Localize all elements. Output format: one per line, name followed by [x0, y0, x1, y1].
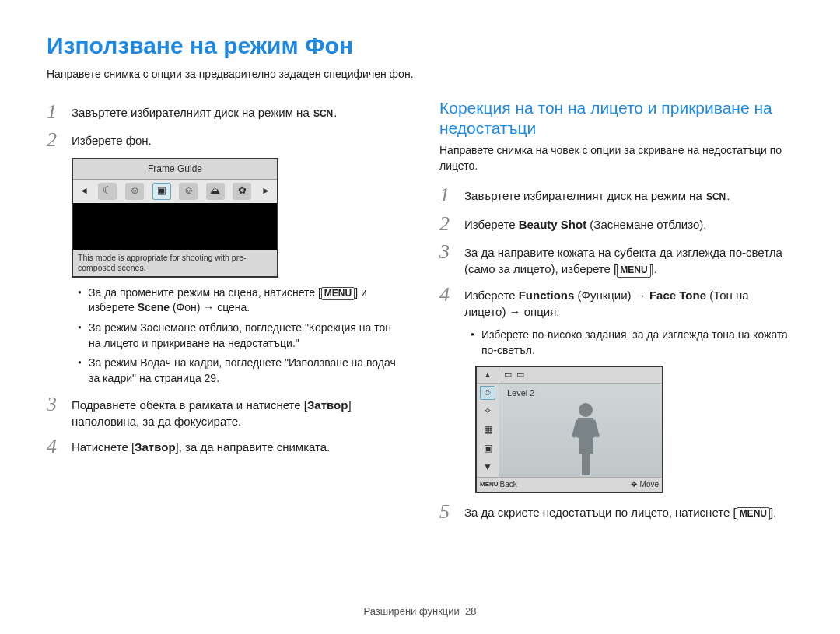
list-item: За да промените режим на сцена, натиснет…	[78, 285, 401, 316]
face-tone-icon[interactable]: ☺	[480, 386, 495, 400]
move-icon: ✥	[631, 479, 637, 490]
list-item: Изберете по-високо задания, за да изглеж…	[471, 328, 793, 358]
list-item: За режим Заснемане отблизо, погледнете "…	[78, 321, 401, 351]
up-arrow-icon[interactable]: ▲	[477, 370, 499, 380]
text: ].	[651, 262, 657, 275]
bottom-bar: MENU Back ✥ Move	[477, 477, 662, 492]
text: Завъртете избирателният диск на режим на	[72, 106, 313, 119]
text: ].	[770, 506, 776, 519]
text: Подравнете обекта в рамката и натиснете …	[72, 398, 307, 412]
sub-bullets: Изберете по-високо задания, за да изглеж…	[471, 328, 793, 358]
page-intro: Направете снимка с опции за предварителн…	[47, 67, 793, 82]
menu-label: MENU	[737, 507, 770, 521]
text-bold: Beauty Shot	[519, 218, 587, 231]
footer-section: Разширени функции	[363, 605, 459, 617]
level-label: Level 2	[504, 387, 537, 400]
step-number: 2	[47, 129, 72, 152]
step-2-left: 2 Изберете фон.	[47, 129, 401, 152]
step-number: 4	[439, 284, 464, 306]
preview-area: Level 2	[499, 384, 662, 477]
scn-label: SCN	[313, 108, 334, 119]
step-text: Изберете фон.	[72, 129, 401, 149]
step-1-left: 1 Завъртете избирателният диск на режим …	[47, 101, 401, 124]
step-text: За да скриете недостатъци по лицето, нат…	[464, 501, 793, 521]
step-text: Изберете Beauty Shot (Заснемане отблизо)…	[464, 213, 793, 233]
right-column: Корекция на тон на лицето и прикриване н…	[439, 98, 793, 530]
text: (Заснемане отблизо).	[586, 218, 706, 231]
face-retouch-icon[interactable]: ✧	[480, 405, 495, 419]
side-icons: ☺ ✧ ▦ ▣ ▼	[477, 384, 499, 477]
list-item: За режим Водач на кадри, погледнете "Изп…	[78, 356, 401, 386]
text: За да промените режим на сцена, натиснет…	[89, 286, 321, 299]
step-text: Завъртете избирателният диск на режим на…	[72, 101, 401, 121]
step-text: Изберете Functions (Функции) → Face Tone…	[464, 284, 793, 320]
step-text: За да направите кожата на субекта да изг…	[464, 241, 793, 278]
text-bold: Face Tone	[649, 289, 706, 302]
tab-icon[interactable]: ▭	[516, 369, 524, 380]
page-footer: Разширени функции 28	[0, 604, 840, 618]
section-heading: Корекция на тон на лицето и прикриване н…	[439, 98, 793, 139]
down-arrow-icon[interactable]: ▼	[480, 461, 495, 475]
text: (Фон) → сцена.	[170, 301, 250, 313]
move-label[interactable]: Move	[640, 479, 659, 490]
frame-guide-screen: Frame Guide ◄ ☾ ☺ ▣ ☺ ⛰ ✿ ► This mode is…	[72, 158, 278, 278]
text-bold: Затвор	[135, 440, 175, 454]
scn-label: SCN	[705, 191, 726, 202]
step-number: 5	[439, 501, 464, 524]
step-number: 2	[439, 213, 464, 236]
screen-preview	[73, 203, 277, 250]
screen-description: This mode is appropriate for shooting wi…	[73, 250, 277, 276]
text: Натиснете [	[72, 440, 135, 454]
mode-frame-icon[interactable]: ▣	[152, 183, 171, 200]
section-intro: Направете снимка на човек с опции за скр…	[439, 143, 793, 173]
step-number: 3	[47, 394, 72, 416]
icon-row: ◄ ☾ ☺ ▣ ☺ ⛰ ✿ ►	[73, 180, 277, 203]
text-bold: Затвор	[307, 398, 348, 412]
step-text: Завъртете избирателният диск на режим на…	[464, 184, 793, 204]
frame-icon[interactable]: ▣	[480, 442, 495, 456]
chevron-left-icon[interactable]: ◄	[78, 184, 90, 198]
menu-icon: MENU	[480, 480, 499, 489]
step-2-right: 2 Изберете Beauty Shot (Заснемане отблиз…	[439, 213, 793, 236]
grid-icon[interactable]: ▦	[480, 423, 495, 437]
left-column: 1 Завъртете избирателният диск на режим …	[47, 98, 401, 530]
step-3-right: 3 За да направите кожата на субекта да и…	[439, 241, 793, 278]
text: .	[726, 189, 730, 202]
text: За да скриете недостатъци по лицето, нат…	[464, 506, 737, 519]
text-bold: Functions	[519, 289, 575, 302]
step-5-right: 5 За да скриете недостатъци по лицето, н…	[439, 501, 793, 524]
tab-icon[interactable]: ▭	[504, 369, 512, 380]
top-tabs: ▲ ▭ ▭	[477, 367, 662, 383]
step-number: 4	[47, 436, 72, 458]
menu-label: MENU	[321, 287, 355, 301]
mode-macro-icon[interactable]: ✿	[233, 183, 251, 200]
step-4-left: 4 Натиснете [Затвор], за да направите сн…	[47, 436, 401, 458]
svg-point-0	[579, 403, 593, 417]
chevron-right-icon[interactable]: ►	[260, 184, 272, 198]
mode-portrait-icon[interactable]: ☺	[125, 183, 144, 200]
mode-landscape-icon[interactable]: ☺	[179, 183, 198, 200]
text: ], за да направите снимката.	[176, 440, 331, 454]
step-number: 3	[439, 241, 464, 264]
step-3-left: 3 Подравнете обекта в рамката и натиснет…	[47, 394, 401, 429]
back-label[interactable]: Back	[500, 479, 517, 490]
text: (Функции) →	[574, 289, 649, 302]
text: Изберете	[464, 289, 519, 302]
text-bold: Scene	[138, 301, 170, 313]
page-title: Използване на режим Фон	[47, 30, 793, 62]
footer-page: 28	[465, 605, 476, 617]
mode-tripod-icon[interactable]: ⛰	[206, 183, 225, 200]
sub-bullets: За да промените режим на сцена, натиснет…	[78, 285, 401, 387]
step-number: 1	[47, 101, 72, 124]
text: Изберете	[464, 218, 519, 231]
text: Завъртете избирателният диск на режим на	[464, 189, 705, 202]
text: .	[334, 106, 337, 119]
step-4-right: 4 Изберете Functions (Функции) → Face To…	[439, 284, 793, 320]
mode-night-icon[interactable]: ☾	[98, 183, 117, 200]
columns: 1 Завъртете избирателният диск на режим …	[47, 98, 793, 530]
screen-title: Frame Guide	[73, 159, 277, 180]
step-text: Натиснете [Затвор], за да направите сним…	[72, 436, 401, 455]
step-number: 1	[439, 184, 464, 207]
step-1-right: 1 Завъртете избирателният диск на режим …	[439, 184, 793, 207]
face-tone-screen: ▲ ▭ ▭ ☺ ✧ ▦ ▣ ▼ Level 2	[475, 366, 663, 492]
